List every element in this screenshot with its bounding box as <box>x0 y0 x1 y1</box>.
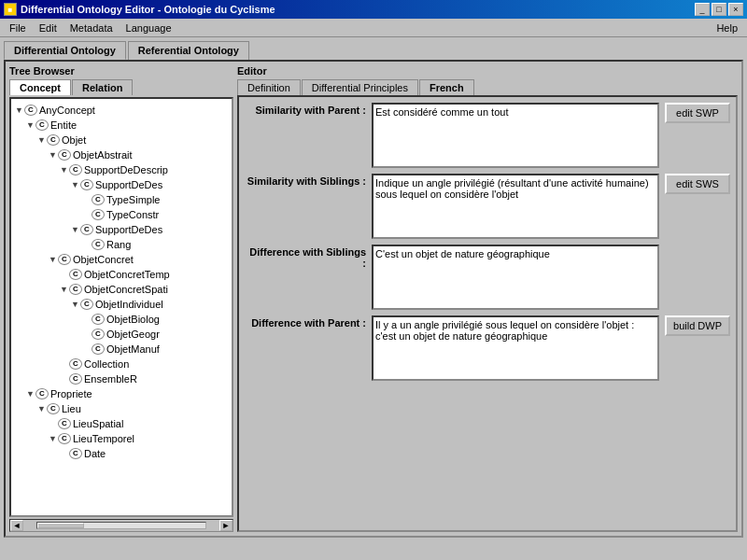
tree-node-label: Lieu <box>62 401 81 416</box>
editor-textarea[interactable] <box>372 245 659 310</box>
tab-relation[interactable]: Relation <box>72 79 133 95</box>
tree-item[interactable]: CObjetBiolog <box>15 312 228 327</box>
tree-expand-icon[interactable]: ▼ <box>71 297 80 312</box>
tree-node-label: ObjetBiolog <box>106 312 160 327</box>
tree-scrollbar-horizontal[interactable]: ◄ ► <box>9 519 233 532</box>
tree-expand-icon[interactable]: ▼ <box>26 386 35 401</box>
editor-textarea[interactable] <box>372 174 659 239</box>
editor-row-label: Difference with Siblings : <box>245 245 366 269</box>
tree-node-label: ObjetIndividuel <box>95 297 163 312</box>
tree-expand-icon[interactable]: ▼ <box>60 162 69 177</box>
editor-action-button[interactable]: build DWP <box>665 315 730 336</box>
tree-item[interactable]: ▼CAnyConcept <box>15 103 228 118</box>
tree-item[interactable]: ▼CPropriete <box>15 386 228 401</box>
tree-container[interactable]: ▼CAnyConcept▼CEntite▼CObjet▼CObjetAbstra… <box>9 97 233 517</box>
app-icon: ■ <box>4 3 17 16</box>
tab-referential-ontology[interactable]: Referential Ontology <box>128 41 249 60</box>
menu-language[interactable]: Language <box>120 21 177 35</box>
main-content: Differential Ontology Referential Ontolo… <box>0 37 747 541</box>
tree-expand-icon[interactable]: ▼ <box>37 401 47 416</box>
tree-expand-icon[interactable]: ▼ <box>49 252 58 267</box>
tree-expand-icon[interactable]: ▼ <box>60 282 69 297</box>
tree-item[interactable]: ▼CSupportDeDes <box>15 222 228 237</box>
tree-node-label: Entite <box>50 118 77 133</box>
tree-item[interactable]: ▼CObjetConcretSpati <box>15 282 228 297</box>
editor-action-button[interactable]: edit SWP <box>665 103 730 123</box>
tree-expand-icon[interactable]: ▼ <box>71 222 80 237</box>
tree-node-icon: C <box>35 388 49 399</box>
close-button[interactable]: × <box>728 3 743 16</box>
tree-node-icon: C <box>58 149 71 161</box>
tree-item[interactable]: ▼CObjetConcret <box>15 252 228 267</box>
tree-node-icon: C <box>24 105 37 116</box>
window-title: Differential Ontology Editor - Ontologie… <box>21 4 275 15</box>
menu-file[interactable]: File <box>4 21 32 35</box>
minimize-button[interactable]: _ <box>695 3 710 16</box>
tree-item[interactable]: CObjetConcretTemp <box>15 267 228 282</box>
tree-node-label: ObjetConcretSpati <box>84 282 168 297</box>
tree-expand-icon[interactable]: ▼ <box>26 118 35 133</box>
tree-node-label: SupportDeDes <box>95 177 162 192</box>
maximize-button[interactable]: □ <box>712 3 726 16</box>
tree-node-label: TypeSimple <box>106 192 160 207</box>
menu-help[interactable]: Help <box>711 21 743 35</box>
scroll-thumb[interactable] <box>37 523 84 528</box>
tree-node-label: ObjetAbstrait <box>73 147 133 162</box>
tree-node-icon: C <box>69 164 82 175</box>
editor-row-label: Difference with Parent : <box>245 315 366 329</box>
tree-node-icon: C <box>69 448 82 459</box>
tree-item[interactable]: CLieuSpatial <box>15 416 228 431</box>
tree-item[interactable]: ▼CSupportDeDes <box>15 177 228 192</box>
tree-item[interactable]: CCollection <box>15 357 228 371</box>
top-tabs: Differential Ontology Referential Ontolo… <box>4 41 743 60</box>
tab-french[interactable]: French <box>419 79 474 95</box>
tab-concept[interactable]: Concept <box>9 79 71 95</box>
tree-item[interactable]: CEnsembleR <box>15 371 228 386</box>
tree-node-icon: C <box>80 299 93 310</box>
window-controls[interactable]: _ □ × <box>695 3 743 16</box>
tree-item[interactable]: ▼CEntite <box>15 118 228 133</box>
tree-node-label: Date <box>84 446 106 461</box>
tree-node-icon: C <box>69 373 82 385</box>
scroll-left-arrow[interactable]: ◄ <box>10 520 23 531</box>
tree-expand-icon[interactable]: ▼ <box>15 103 24 118</box>
menu-edit[interactable]: Edit <box>34 21 63 35</box>
menu-metadata[interactable]: Metadata <box>64 21 119 35</box>
tree-browser-title: Tree Browser <box>9 65 233 77</box>
tree-item[interactable]: ▼CObjet <box>15 133 228 147</box>
tree-expand-icon[interactable]: ▼ <box>71 177 80 192</box>
scroll-track[interactable] <box>36 522 206 529</box>
tree-node-label: TypeConstr <box>106 207 159 222</box>
tree-node-icon: C <box>92 329 105 340</box>
tree-expand-icon[interactable]: ▼ <box>37 133 47 147</box>
tree-expand-icon[interactable]: ▼ <box>49 431 58 446</box>
tab-differential-principles[interactable]: Differential Principles <box>302 79 418 95</box>
tree-expand-icon[interactable]: ▼ <box>49 147 58 162</box>
tree-item[interactable]: CTypeConstr <box>15 207 228 222</box>
tree-item[interactable]: ▼CSupportDeDescrip <box>15 162 228 177</box>
editor-textarea[interactable] <box>372 103 659 168</box>
editor-textarea[interactable] <box>372 315 659 381</box>
tree-item[interactable]: CObjetGeogr <box>15 327 228 342</box>
tree-node-label: Propriete <box>50 386 92 401</box>
tab-definition[interactable]: Definition <box>237 79 301 95</box>
tree-item[interactable]: ▼CObjetIndividuel <box>15 297 228 312</box>
editor-row: Similarity with Parent :edit SWP <box>245 103 730 168</box>
editor-row: Difference with Parent :build DWP <box>245 315 730 381</box>
scroll-right-arrow[interactable]: ► <box>219 520 233 531</box>
tree-node-label: EnsembleR <box>84 371 137 386</box>
tree-item[interactable]: ▼CLieuTemporel <box>15 431 228 446</box>
tree-item[interactable]: CObjetManuf <box>15 342 228 357</box>
tree-item[interactable]: CRang <box>15 237 228 252</box>
tree-item[interactable]: ▼CLieu <box>15 401 228 416</box>
editor-action-button[interactable]: edit SWS <box>665 174 730 194</box>
tree-item[interactable]: CTypeSimple <box>15 192 228 207</box>
tree-item[interactable]: CDate <box>15 446 228 461</box>
tree-node-label: ObjetGeogr <box>106 327 160 342</box>
tree-node-icon: C <box>35 119 49 131</box>
tree-item[interactable]: ▼CObjetAbstrait <box>15 147 228 162</box>
tab-differential-ontology[interactable]: Differential Ontology <box>4 41 126 60</box>
tree-node-icon: C <box>92 343 105 355</box>
menu-bar: File Edit Metadata Language Help <box>0 19 747 37</box>
editor-title: Editor <box>237 65 738 77</box>
